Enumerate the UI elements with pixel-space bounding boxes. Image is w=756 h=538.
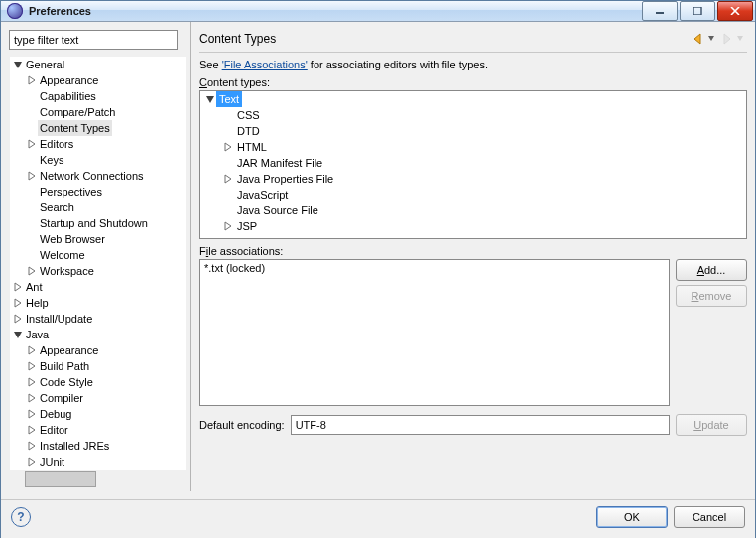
close-button[interactable] <box>717 1 753 21</box>
expand-icon[interactable] <box>26 74 38 86</box>
nav-tree[interactable]: GeneralAppearanceCapabilitiesCompare/Pat… <box>9 56 187 471</box>
nav-item-welcome[interactable]: Welcome <box>26 247 186 263</box>
nav-item-compare-patch[interactable]: Compare/Patch <box>26 104 186 120</box>
file-associations-list[interactable]: *.txt (locked) <box>199 259 670 406</box>
tree-item-label: Startup and Shutdown <box>38 215 150 231</box>
expand-icon[interactable] <box>222 173 234 185</box>
nav-item-keys[interactable]: Keys <box>26 152 186 168</box>
tree-item-label: Java Properties File <box>234 171 336 187</box>
nav-item-search[interactable]: Search <box>26 200 186 215</box>
ct-item-css[interactable]: CSS <box>222 107 746 123</box>
tree-item-label: HTML <box>234 139 270 155</box>
page-header: Content Types <box>199 28 747 50</box>
ct-item-javascript[interactable]: JavaScript <box>222 187 746 202</box>
help-icon[interactable]: ? <box>11 507 31 527</box>
collapse-icon[interactable] <box>12 329 24 340</box>
forward-button[interactable] <box>722 33 743 45</box>
expand-icon[interactable] <box>12 313 24 325</box>
collapse-icon[interactable] <box>204 93 216 105</box>
nav-item-code-style[interactable]: Code Style <box>26 374 186 390</box>
nav-item-installed-jres[interactable]: Installed JREs <box>26 438 186 454</box>
encoding-input[interactable] <box>291 415 670 435</box>
tree-item-label: Java <box>24 327 51 342</box>
ct-item-text[interactable]: Text <box>204 91 746 107</box>
nav-item-capabilities[interactable]: Capabilities <box>26 88 186 104</box>
nav-item-compiler[interactable]: Compiler <box>26 390 186 406</box>
maximize-button[interactable] <box>680 1 715 21</box>
file-associations-link[interactable]: 'File Associations' <box>222 59 308 70</box>
file-associations-row: *.txt (locked) Add... Remove <box>199 259 747 406</box>
expand-icon[interactable] <box>26 440 38 452</box>
nav-item-appearance[interactable]: Appearance <box>26 342 186 358</box>
expand-icon <box>26 90 38 102</box>
ct-item-dtd[interactable]: DTD <box>222 123 746 139</box>
expand-icon[interactable] <box>12 281 24 293</box>
ok-button[interactable]: OK <box>596 506 668 528</box>
nav-item-editor[interactable]: Editor <box>26 422 186 438</box>
ct-item-jar-manifest-file[interactable]: JAR Manifest File <box>222 155 746 171</box>
window-title: Preferences <box>29 5 642 17</box>
cancel-button[interactable]: Cancel <box>674 506 745 528</box>
main-split: GeneralAppearanceCapabilitiesCompare/Pat… <box>1 22 755 491</box>
expand-icon <box>26 217 38 229</box>
expand-icon[interactable] <box>26 376 38 388</box>
tree-item-label: Text <box>216 91 242 107</box>
nav-item-debug[interactable]: Debug <box>26 406 186 422</box>
header-separator <box>199 52 747 53</box>
collapse-icon[interactable] <box>12 59 24 70</box>
ct-item-java-properties-file[interactable]: Java Properties File <box>222 171 746 187</box>
expand-icon <box>26 186 38 198</box>
nav-item-general[interactable]: General <box>12 57 186 72</box>
expand-icon[interactable] <box>26 408 38 420</box>
nav-item-content-types[interactable]: Content Types <box>26 120 186 136</box>
nav-item-help[interactable]: Help <box>12 295 186 311</box>
nav-item-perspectives[interactable]: Perspectives <box>26 184 186 200</box>
content-types-tree[interactable]: TextCSSDTDHTMLJAR Manifest FileJava Prop… <box>199 90 747 239</box>
window-titlebar: Preferences <box>1 1 755 22</box>
nav-item-java[interactable]: Java <box>12 327 186 342</box>
eclipse-icon <box>7 3 23 19</box>
nav-item-junit[interactable]: JUnit <box>26 454 186 470</box>
ct-item-jsp[interactable]: JSP <box>222 218 746 234</box>
filter-input[interactable] <box>9 30 178 50</box>
nav-item-ant[interactable]: Ant <box>12 279 186 295</box>
nav-item-web-browser[interactable]: Web Browser <box>26 231 186 247</box>
tree-item-label: Ant <box>24 279 45 295</box>
expand-icon[interactable] <box>26 170 38 182</box>
nav-item-network-connections[interactable]: Network Connections <box>26 168 186 184</box>
expand-icon <box>26 106 38 118</box>
expand-icon[interactable] <box>222 141 234 153</box>
ct-item-java-source-file[interactable]: Java Source File <box>222 202 746 218</box>
nav-h-scrollbar[interactable] <box>9 471 187 487</box>
nav-item-appearance[interactable]: Appearance <box>26 72 186 88</box>
expand-icon[interactable] <box>26 138 38 150</box>
expand-icon[interactable] <box>26 456 38 468</box>
tree-item-label: Search <box>38 200 76 215</box>
info-pre: See <box>199 59 222 70</box>
add-button[interactable]: Add... <box>676 259 747 281</box>
nav-item-editors[interactable]: Editors <box>26 136 186 152</box>
expand-icon[interactable] <box>222 220 234 232</box>
tree-item-label: JavaScript <box>234 187 291 202</box>
expand-icon[interactable] <box>12 297 24 309</box>
expand-icon[interactable] <box>26 424 38 436</box>
tree-item-label: Web Browser <box>38 231 107 247</box>
expand-icon[interactable] <box>26 360 38 372</box>
expand-icon[interactable] <box>26 392 38 404</box>
update-button[interactable]: Update <box>676 414 747 436</box>
back-button[interactable] <box>693 33 714 45</box>
nav-item-build-path[interactable]: Build Path <box>26 358 186 374</box>
minimize-button[interactable] <box>642 1 678 21</box>
nav-item-startup-and-shutdown[interactable]: Startup and Shutdown <box>26 215 186 231</box>
expand-icon <box>26 233 38 245</box>
expand-icon[interactable] <box>26 344 38 356</box>
preferences-window: Preferences GeneralAppearanceCapabilitie… <box>0 0 756 538</box>
ct-item-html[interactable]: HTML <box>222 139 746 155</box>
file-association-item[interactable]: *.txt (locked) <box>204 262 665 274</box>
nav-item-workspace[interactable]: Workspace <box>26 263 186 279</box>
remove-button[interactable]: Remove <box>676 285 747 307</box>
expand-icon <box>222 125 234 137</box>
nav-item-install-update[interactable]: Install/Update <box>12 311 186 327</box>
tree-item-label: Code Style <box>38 374 95 390</box>
expand-icon[interactable] <box>26 265 38 277</box>
